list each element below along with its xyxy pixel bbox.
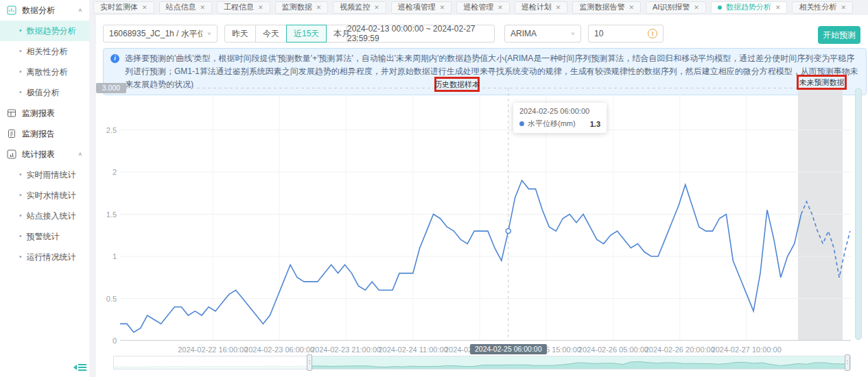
sidebar-item[interactable]: • 离散性分析: [0, 62, 89, 82]
close-icon[interactable]: ✕: [629, 4, 634, 11]
info-icon: i: [110, 54, 119, 63]
quick-range-近15天[interactable]: 近15天: [286, 25, 327, 42]
vertical-scrollbar[interactable]: [855, 88, 862, 340]
tab-label: 站点信息: [166, 2, 196, 12]
algorithm-select-value: ARIMA: [511, 29, 537, 38]
tab-AI识别报警[interactable]: AI识别报警 ✕: [646, 1, 706, 14]
close-icon[interactable]: ✕: [200, 4, 206, 11]
tab-监测数据告警[interactable]: 监测数据告警 ✕: [572, 1, 641, 14]
bullet-icon: •: [19, 171, 22, 178]
sidebar-section-0[interactable]: 数据分析 ∧: [0, 0, 89, 21]
tab-巡检计划[interactable]: 巡检计划 ✕: [515, 1, 568, 14]
predict-count-input[interactable]: 10 !: [588, 25, 664, 42]
sensor-select[interactable]: 16068935_JC_1h / 水平位移(displ... ∨: [103, 25, 218, 42]
close-icon[interactable]: ✕: [694, 4, 699, 11]
bullet-icon: •: [19, 89, 22, 96]
x-axis-tick: 2024-02-24 11:00:00: [378, 345, 447, 354]
tab-监测数据[interactable]: 监测数据 ✕: [275, 1, 329, 14]
tab-巡检管理[interactable]: 巡检管理 ✕: [456, 1, 510, 14]
sidebar-item-label: 站点接入统计: [27, 210, 76, 222]
tab-工程信息[interactable]: 工程信息 ✕: [217, 1, 270, 14]
sidebar-section-label: 监测报表: [22, 108, 55, 119]
tab-label: 监测数据告警: [579, 2, 624, 12]
sidebar-item-label: 实时雨情统计: [27, 169, 76, 181]
sidebar-section-3[interactable]: 统计报表 ∧: [0, 144, 89, 165]
sidebar-item-label: 实时水情统计: [27, 190, 76, 202]
sidebar-section-1[interactable]: 监测报表: [0, 103, 89, 123]
sidebar-item-label: 相关性分析: [27, 46, 68, 58]
close-icon[interactable]: ✕: [497, 4, 503, 11]
algorithm-select[interactable]: ARIMA ∨: [504, 25, 581, 42]
sidebar-item[interactable]: • 数据趋势分析: [0, 21, 89, 41]
sidebar-item[interactable]: • 站点接入统计: [0, 206, 89, 226]
close-icon[interactable]: ✕: [316, 4, 322, 11]
datazoom-left-handle[interactable]: [307, 354, 312, 371]
bullet-icon: •: [19, 233, 22, 240]
warning-circle-icon: !: [648, 29, 657, 38]
tab-视频监控[interactable]: 视频监控 ✕: [333, 1, 386, 14]
sidebar-section-2[interactable]: 监测报告: [0, 123, 89, 144]
sidebar-item[interactable]: • 实时雨情统计: [0, 165, 89, 185]
tab-bar: 实时监测体 ✕ 站点信息 ✕ 工程信息 ✕ 监测数据 ✕ 视频监控 ✕ 巡检项管…: [93, 1, 865, 13]
tab-实时监测体[interactable]: 实时监测体 ✕: [93, 1, 154, 14]
analysis-icon: [7, 5, 16, 15]
sidebar-section-label: 数据分析: [22, 5, 55, 16]
forecast-series-line: [801, 202, 850, 278]
x-axis-tick: 2024-02-26 20:00:00: [645, 345, 715, 354]
series-dot-icon: [519, 121, 524, 126]
chart-plot[interactable]: [120, 88, 851, 342]
sidebar-item[interactable]: • 相关性分析: [0, 41, 89, 62]
datazoom-selected-region[interactable]: [309, 356, 847, 369]
close-icon[interactable]: ✕: [258, 4, 263, 11]
start-predict-button[interactable]: 开始预测: [818, 26, 860, 44]
tab-label: 监测数据: [282, 2, 312, 12]
close-icon[interactable]: ✕: [440, 4, 445, 11]
tab-label: 相关性分析: [799, 2, 836, 12]
date-range-input[interactable]: 2024-02-13 00:00:00 ~ 2024-02-27 23:59:5…: [347, 25, 495, 42]
close-icon[interactable]: ✕: [374, 4, 379, 11]
tab-巡检项管理[interactable]: 巡检项管理 ✕: [391, 1, 452, 14]
sidebar-item-label: 预警统计: [27, 231, 60, 243]
chevron-up-icon: ∧: [78, 8, 82, 13]
x-axis-pointer-label: 2024-02-25 06:00:00: [470, 344, 547, 354]
trend-chart[interactable]: 00.511.522.5 2024-02-22 16:00:002024-02-…: [103, 78, 863, 366]
forecast-annotation-label: 未来预测数据: [799, 77, 845, 88]
y-axis-tick: 1.5: [96, 210, 117, 219]
tab-label: 视频监控: [340, 2, 370, 12]
close-icon[interactable]: ✕: [841, 4, 846, 11]
sidebar-item[interactable]: • 预警统计: [0, 226, 89, 247]
datazoom-right-handle[interactable]: [845, 354, 850, 371]
datazoom-slider[interactable]: [113, 356, 851, 369]
tab-label: 数据趋势分析: [726, 2, 771, 12]
bullet-icon: •: [19, 48, 22, 55]
tab-数据趋势分析[interactable]: 数据趋势分析 ✕: [711, 1, 788, 14]
sensor-select-value: 16068935_JC_1h / 水平位移(displ...: [109, 28, 202, 40]
tab-站点信息[interactable]: 站点信息 ✕: [159, 1, 213, 14]
tab-label: AI识别报警: [653, 2, 690, 12]
sidebar-item[interactable]: • 极值分析: [0, 82, 89, 103]
quick-range-昨天[interactable]: 昨天: [224, 25, 256, 42]
sidebar-item[interactable]: • 实时水情统计: [0, 185, 89, 206]
chevron-down-icon: ∨: [207, 31, 211, 36]
sidebar: 数据分析 ∧• 数据趋势分析• 相关性分析• 离散性分析• 极值分析 监测报表 …: [0, 0, 89, 377]
quick-range-今天[interactable]: 今天: [255, 25, 287, 42]
tab-label: 巡检管理: [463, 2, 493, 12]
close-icon[interactable]: ✕: [556, 4, 561, 11]
close-icon[interactable]: ✕: [775, 4, 781, 11]
tooltip-series-name: 水平位移(mm): [528, 119, 576, 129]
sidebar-item-label: 离散性分析: [27, 66, 68, 78]
sidebar-collapse-icon[interactable]: [73, 362, 88, 373]
tab-label: 实时监测体: [100, 2, 138, 12]
active-tab-dot-icon: [718, 5, 722, 10]
tab-相关性分析[interactable]: 相关性分析 ✕: [792, 1, 853, 14]
history-annotation-label: 历史数据样本: [434, 80, 480, 90]
hovered-data-point: [506, 229, 511, 234]
x-axis-tick: 2024-02-22 16:00:00: [178, 345, 248, 354]
bullet-icon: •: [19, 212, 22, 219]
bullet-icon: •: [19, 192, 22, 199]
history-annotation-box: 历史数据样本: [434, 77, 480, 92]
sidebar-section-label: 监测报告: [22, 128, 55, 140]
close-icon[interactable]: ✕: [142, 4, 148, 11]
sidebar-item[interactable]: • 运行情况统计: [0, 247, 89, 267]
datazoom-unselected-mask: [114, 356, 309, 369]
